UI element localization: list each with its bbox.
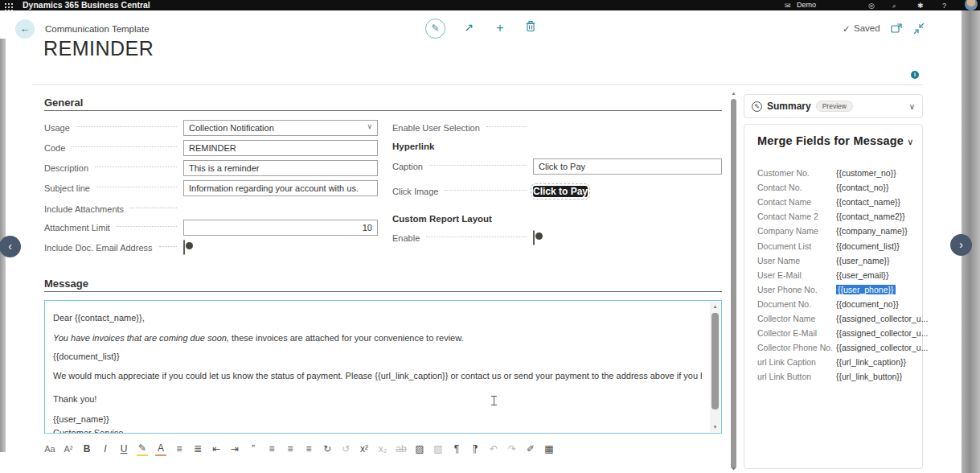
merge-field-row[interactable]: Contact Name 2{{contact_name2}} — [757, 209, 916, 224]
subject-line-input[interactable] — [183, 180, 378, 196]
environment-badge[interactable]: Demo — [797, 0, 816, 10]
popout-button[interactable] — [891, 23, 902, 34]
merge-field-row[interactable]: Collector Phone No.{{assigned_collector_… — [757, 340, 916, 355]
click-image-button[interactable]: Click to Pay — [533, 186, 588, 197]
merge-field-row[interactable]: Collector E-Mail{{assigned_collector_u..… — [757, 326, 916, 340]
merge-field-row[interactable]: Company Name{{company_name}} — [757, 224, 916, 238]
summary-card[interactable]: ✎ Summary Preview ∨ — [744, 94, 923, 118]
message-line: {{user_name}} — [53, 414, 702, 424]
align-right-icon[interactable]: ≡ — [303, 442, 314, 455]
superscript-icon[interactable]: x² — [359, 442, 370, 455]
field-label: Click Image — [392, 187, 438, 196]
trash-icon — [525, 20, 536, 32]
attachment-limit-input[interactable] — [183, 220, 378, 236]
summary-title: Summary — [767, 101, 811, 112]
numbered-list-icon[interactable]: ≣ — [192, 442, 203, 455]
message-line: You have invoices that are coming due so… — [53, 333, 702, 343]
field-attachment-limit: Attachment Limit — [44, 220, 378, 236]
strikethrough-icon[interactable]: ab — [396, 442, 407, 455]
italic-icon[interactable]: I — [100, 442, 111, 455]
insert-link-icon[interactable]: ↻ — [322, 442, 333, 455]
delete-button[interactable] — [522, 20, 539, 32]
merge-field-row[interactable]: Contact No.{{contact_no}} — [757, 180, 916, 195]
blockquote-icon[interactable]: ” — [248, 442, 259, 455]
merge-field-row[interactable]: Customer No.{{customer_no}} — [757, 166, 916, 180]
undo-icon[interactable]: ↶ — [488, 442, 499, 455]
new-button[interactable]: + — [491, 21, 509, 35]
section-message-heading[interactable]: Message — [44, 278, 88, 290]
merge-field-row[interactable]: Document List{{document_list}} — [757, 238, 916, 253]
settings-icon[interactable]: ✱ — [917, 0, 924, 10]
main-scrollbar[interactable]: ▲ ▼ — [729, 89, 738, 473]
align-left-icon[interactable]: ≡ — [266, 442, 277, 455]
font-color-icon[interactable]: A — [155, 442, 166, 456]
usage-combobox[interactable] — [183, 120, 378, 136]
lightbulb-icon[interactable]: ◎ — [868, 0, 875, 10]
merge-field-row[interactable]: url Link Button{{url_link_button}} — [757, 369, 916, 384]
user-avatar[interactable] — [965, 0, 978, 10]
caption-input[interactable] — [533, 158, 722, 175]
previous-record-button[interactable]: ‹ — [0, 236, 21, 257]
align-center-icon[interactable]: ≡ — [285, 442, 296, 455]
back-button[interactable]: ← — [15, 19, 35, 39]
bold-icon[interactable]: B — [81, 442, 92, 455]
increase-indent-icon[interactable]: ⇥ — [229, 442, 240, 455]
scroll-down-icon[interactable]: ▼ — [729, 467, 738, 471]
scroll-down-icon[interactable]: ▼ — [710, 425, 720, 430]
description-input[interactable] — [183, 160, 378, 176]
merge-field-row[interactable]: url Link Caption{{url_link_caption}} — [757, 355, 916, 369]
chevron-down-icon[interactable]: ∨ — [909, 102, 915, 111]
breadcrumb[interactable]: Communication Template — [45, 24, 150, 34]
underline-icon[interactable]: U — [118, 442, 129, 455]
next-record-button[interactable]: › — [950, 234, 972, 256]
merge-field-row[interactable]: User Name{{user_name}} — [757, 253, 916, 268]
field-label: Usage — [44, 123, 70, 133]
font-size-icon[interactable]: A² — [63, 442, 74, 455]
merge-field-row[interactable]: Document No.{{document_no}} — [757, 297, 916, 311]
share-button[interactable]: ↗ — [460, 21, 478, 34]
paragraph-ltr-icon[interactable]: ¶ — [451, 442, 462, 455]
scroll-up-icon[interactable]: ▲ — [729, 91, 738, 96]
field-caption: Caption — [392, 158, 722, 175]
message-scrollbar[interactable]: ▲ ▼ — [710, 302, 720, 432]
subscript-icon[interactable]: x₂ — [377, 442, 388, 455]
paragraph-rtl-icon[interactable]: ¶ — [469, 442, 481, 455]
message-editor[interactable]: Dear {{contact_name}}, You have invoices… — [44, 300, 722, 434]
text-highlight-icon[interactable]: ✎ — [137, 442, 148, 456]
field-include-doc-email: Include Doc. Email Address — [44, 240, 378, 256]
include-doc-email-toggle[interactable] — [183, 240, 185, 255]
edit-button[interactable]: ✎ — [425, 19, 445, 39]
scroll-up-icon[interactable]: ▲ — [710, 304, 720, 309]
remove-link-icon[interactable]: ↺ — [340, 442, 351, 455]
decrease-indent-icon[interactable]: ⇤ — [211, 442, 222, 455]
dotted-leader — [95, 167, 177, 167]
search-icon[interactable]: ⌕ — [892, 0, 896, 10]
help-icon[interactable]: ? — [942, 0, 946, 10]
scrollbar-thumb[interactable] — [711, 313, 719, 409]
merge-field-row[interactable]: User E-Mail{{user_email}} — [757, 268, 916, 282]
font-icon[interactable]: Aa — [44, 442, 55, 455]
environment-icon: ✉ — [785, 0, 791, 10]
insert-image-icon[interactable]: ▨ — [414, 442, 425, 455]
bullet-list-icon[interactable]: ≡ — [174, 442, 185, 455]
merge-fields-title[interactable]: Merge Fields for Message ∨ — [757, 134, 914, 147]
code-input[interactable] — [183, 140, 378, 156]
app-launcher-icon[interactable] — [4, 2, 13, 10]
app-title[interactable]: Dynamics 365 Business Central — [23, 0, 150, 10]
section-general-heading[interactable]: General — [44, 97, 83, 109]
format-color-icon[interactable]: ✐ — [525, 442, 536, 455]
scrollbar-thumb[interactable] — [731, 99, 736, 469]
edit-image-icon[interactable]: ▧ — [433, 442, 444, 455]
selected-merge-value[interactable]: {{user_phone}} — [836, 285, 896, 294]
merge-field-row-selected[interactable]: User Phone No.{{user_phone}} — [757, 282, 916, 297]
field-label: Enable — [392, 233, 420, 243]
enable-toggle[interactable] — [533, 230, 535, 245]
merge-field-row[interactable]: Contact Name{{contact_name}} — [757, 195, 916, 209]
collapse-button[interactable] — [913, 23, 925, 34]
insert-table-icon[interactable]: ▦ — [543, 442, 555, 455]
redo-icon[interactable]: ↷ — [506, 442, 518, 455]
message-rule — [44, 291, 722, 292]
info-dot-icon[interactable]: i — [911, 71, 919, 79]
chevron-down-icon[interactable]: ∨ — [907, 137, 913, 146]
merge-field-row[interactable]: Collector Name{{assigned_collector_u... — [757, 311, 916, 326]
